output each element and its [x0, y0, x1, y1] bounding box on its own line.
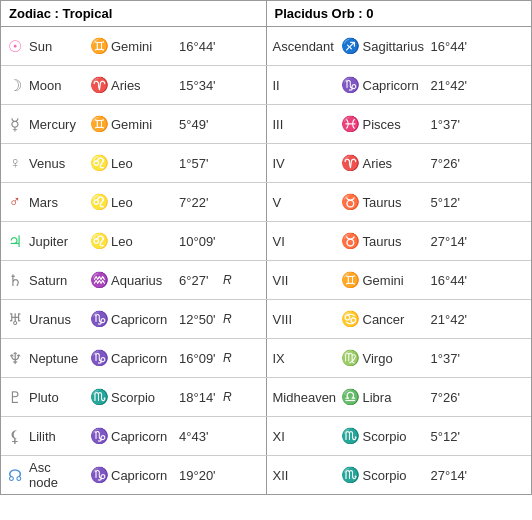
- planet-icon: ♀: [1, 154, 29, 172]
- degree-right: 16°44': [431, 39, 475, 54]
- left-section: ♃ Jupiter ♌ Leo 10°09': [1, 222, 267, 260]
- house-name: III: [267, 117, 339, 132]
- sign-icon-right: ♉: [339, 193, 363, 211]
- table-row: ♃ Jupiter ♌ Leo 10°09' VI ♉ Taurus 27°14…: [1, 222, 531, 261]
- sign-icon: ♑: [87, 310, 111, 328]
- right-section: II ♑ Capricorn 21°42': [267, 66, 532, 104]
- degree-right: 1°37': [431, 351, 475, 366]
- planet-name: Neptune: [29, 351, 87, 366]
- sign-icon-right: ♊: [339, 271, 363, 289]
- planet-icon: ♆: [1, 349, 29, 368]
- sign-icon-right: ♑: [339, 76, 363, 94]
- degree: 12°50': [179, 312, 223, 327]
- degree-right: 7°26': [431, 390, 475, 405]
- right-section: V ♉ Taurus 5°12': [267, 183, 532, 221]
- left-section: ⚸ Lilith ♑ Capricorn 4°43': [1, 417, 267, 455]
- sign-name: Leo: [111, 156, 179, 171]
- planet-name: Mercury: [29, 117, 87, 132]
- house-name: XII: [267, 468, 339, 483]
- table-row: ♂ Mars ♌ Leo 7°22' V ♉ Taurus 5°12': [1, 183, 531, 222]
- planet-name: Venus: [29, 156, 87, 171]
- main-table: Zodiac : Tropical Placidus Orb : 0 ☉ Sun…: [0, 0, 532, 495]
- degree-right: 21°42': [431, 312, 475, 327]
- sign-name-right: Taurus: [363, 234, 431, 249]
- right-section: VII ♊ Gemini 16°44': [267, 261, 532, 299]
- degree: 16°44': [179, 39, 223, 54]
- left-section: ♅ Uranus ♑ Capricorn 12°50' R: [1, 300, 267, 338]
- sign-name-right: Capricorn: [363, 78, 431, 93]
- planet-name: Pluto: [29, 390, 87, 405]
- sign-icon-right: ♏: [339, 466, 363, 484]
- left-section: ♆ Neptune ♑ Capricorn 16°09' R: [1, 339, 267, 377]
- house-name: Midheaven: [267, 390, 339, 405]
- sign-icon-right: ♍: [339, 349, 363, 367]
- degree: 6°27': [179, 273, 223, 288]
- degree-right: 7°26': [431, 156, 475, 171]
- degree: 5°49': [179, 117, 223, 132]
- degree-right: 5°12': [431, 195, 475, 210]
- right-section: VI ♉ Taurus 27°14': [267, 222, 532, 260]
- degree-right: 1°37': [431, 117, 475, 132]
- sign-icon: ♒: [87, 271, 111, 289]
- table-row: ☿ Mercury ♊ Gemini 5°49' III ♓ Pisces 1°…: [1, 105, 531, 144]
- sign-name-right: Sagittarius: [363, 39, 431, 54]
- degree: 7°22': [179, 195, 223, 210]
- planet-name: Mars: [29, 195, 87, 210]
- sign-name-right: Scorpio: [363, 468, 431, 483]
- placidus-header: Placidus Orb : 0: [267, 1, 532, 26]
- house-name: VII: [267, 273, 339, 288]
- sign-icon: ♑: [87, 466, 111, 484]
- sign-name: Gemini: [111, 117, 179, 132]
- left-section: ♀ Venus ♌ Leo 1°57': [1, 144, 267, 182]
- degree: 15°34': [179, 78, 223, 93]
- sign-icon-right: ♋: [339, 310, 363, 328]
- planet-icon: ♄: [1, 271, 29, 290]
- planet-icon: ♅: [1, 310, 29, 329]
- right-section: XI ♏ Scorpio 5°12': [267, 417, 532, 455]
- table-row: ☊ Asc node ♑ Capricorn 19°20' XII ♏ Scor…: [1, 456, 531, 494]
- right-section: Midheaven ♎ Libra 7°26': [267, 378, 532, 416]
- left-section: ☊ Asc node ♑ Capricorn 19°20': [1, 456, 267, 494]
- right-section: XII ♏ Scorpio 27°14': [267, 456, 532, 494]
- left-section: ☉ Sun ♊ Gemini 16°44': [1, 27, 267, 65]
- planet-icon: ☊: [1, 466, 29, 485]
- right-section: IV ♈ Aries 7°26': [267, 144, 532, 182]
- sign-name-right: Pisces: [363, 117, 431, 132]
- house-name: Ascendant: [267, 39, 339, 54]
- planet-name: Jupiter: [29, 234, 87, 249]
- planet-icon: ♇: [1, 388, 29, 407]
- sign-name: Gemini: [111, 39, 179, 54]
- sign-name: Aquarius: [111, 273, 179, 288]
- left-section: ☿ Mercury ♊ Gemini 5°49': [1, 105, 267, 143]
- left-section: ♇ Pluto ♏ Scorpio 18°14' R: [1, 378, 267, 416]
- degree-right: 16°44': [431, 273, 475, 288]
- retro: R: [223, 312, 239, 326]
- sign-name-right: Virgo: [363, 351, 431, 366]
- degree: 18°14': [179, 390, 223, 405]
- sign-name-right: Taurus: [363, 195, 431, 210]
- degree: 1°57': [179, 156, 223, 171]
- table-row: ♀ Venus ♌ Leo 1°57' IV ♈ Aries 7°26': [1, 144, 531, 183]
- planet-icon: ☉: [1, 37, 29, 56]
- sign-name: Capricorn: [111, 312, 179, 327]
- right-section: III ♓ Pisces 1°37': [267, 105, 532, 143]
- sign-icon: ♑: [87, 427, 111, 445]
- right-section: VIII ♋ Cancer 21°42': [267, 300, 532, 338]
- table-row: ♇ Pluto ♏ Scorpio 18°14' R Midheaven ♎ L…: [1, 378, 531, 417]
- sign-icon-right: ♓: [339, 115, 363, 133]
- sign-name-right: Gemini: [363, 273, 431, 288]
- sign-icon-right: ♏: [339, 427, 363, 445]
- degree: 10°09': [179, 234, 223, 249]
- sign-icon-right: ♎: [339, 388, 363, 406]
- planet-name: Sun: [29, 39, 87, 54]
- degree: 4°43': [179, 429, 223, 444]
- degree-right: 21°42': [431, 78, 475, 93]
- right-section: IX ♍ Virgo 1°37': [267, 339, 532, 377]
- degree-right: 5°12': [431, 429, 475, 444]
- sign-icon: ♊: [87, 115, 111, 133]
- sign-name-right: Scorpio: [363, 429, 431, 444]
- table-row: ♄ Saturn ♒ Aquarius 6°27' R VII ♊ Gemini…: [1, 261, 531, 300]
- table-row: ♆ Neptune ♑ Capricorn 16°09' R IX ♍ Virg…: [1, 339, 531, 378]
- house-name: XI: [267, 429, 339, 444]
- degree-right: 27°14': [431, 234, 475, 249]
